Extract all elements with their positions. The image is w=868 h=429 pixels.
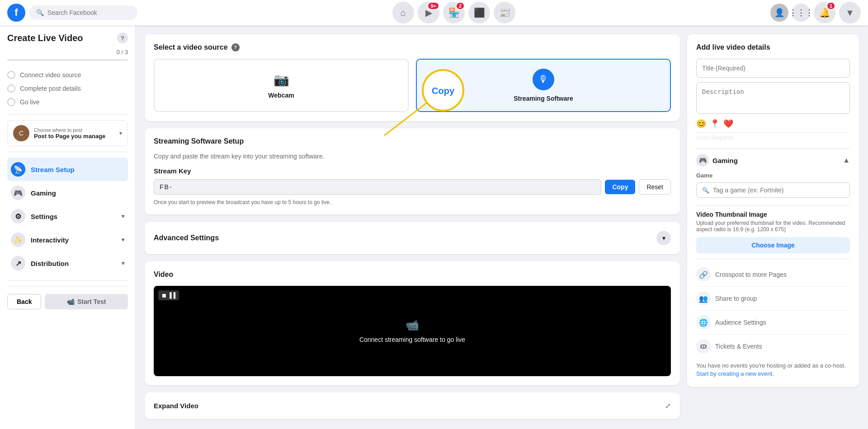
sidebar-item-interactivity[interactable]: ✨ Interactivity ▾ xyxy=(7,228,128,252)
settings-chevron-icon: ▾ xyxy=(122,213,124,219)
divider-1 xyxy=(7,114,128,115)
progress-label: 0 / 3 xyxy=(7,49,128,56)
game-search[interactable]: 🔍 xyxy=(696,182,850,198)
nav-home-icon[interactable]: ⌂ xyxy=(392,2,414,23)
streaming-software-icon: 🎙 xyxy=(533,69,554,90)
nav-monitor-icon[interactable]: ⬛ xyxy=(468,2,490,23)
store-badge: 2 xyxy=(456,2,465,10)
page-name: Post to Page you manage xyxy=(34,133,115,140)
events-link[interactable]: Start by creating a new event. xyxy=(696,370,774,377)
webcam-icon: 📷 xyxy=(274,72,289,87)
advanced-settings-row: Advanced Settings ▾ xyxy=(154,231,671,245)
expand-video-icon[interactable]: ⤢ xyxy=(665,401,671,410)
sidebar: Create Live Video ? 0 / 3 Connect video … xyxy=(0,25,136,429)
interactivity-chevron-icon: ▾ xyxy=(122,237,124,243)
sidebar-item-distribution[interactable]: ↗ Distribution ▾ xyxy=(7,252,128,275)
help-button[interactable]: ? xyxy=(117,33,128,43)
advanced-settings-label: Advanced Settings xyxy=(154,234,219,242)
events-note: You have no events you're hosting or add… xyxy=(696,362,850,378)
game-label: Game xyxy=(696,172,850,179)
stream-key-note: Once you start to preview the broadcast … xyxy=(154,199,671,205)
nav-store-icon[interactable]: 🏪 2 xyxy=(443,2,465,23)
notification-bell-icon[interactable]: 🔔 1 xyxy=(814,2,835,23)
center-panel: Select a video source ? 📷 Webcam 🎙 Strea… xyxy=(145,34,680,420)
sidebar-title-row: Create Live Video ? xyxy=(7,33,128,43)
streaming-setup-description: Copy and paste the stream key into your … xyxy=(154,153,671,160)
account-dropdown-icon[interactable]: ▼ xyxy=(839,2,861,23)
back-button[interactable]: Back xyxy=(7,294,41,309)
emoji-smile-icon[interactable]: 😊 xyxy=(696,119,706,129)
tickets-events-icon: 🎟 xyxy=(696,339,711,354)
nav-news-icon[interactable]: 📰 xyxy=(494,2,515,23)
search-input[interactable] xyxy=(47,9,130,16)
crosspost-action[interactable]: 🔗 Crosspost to more Pages xyxy=(696,263,850,287)
video-camera-icon: 📹 xyxy=(406,319,419,331)
step-circle-2 xyxy=(7,84,15,93)
video-badge: 9+ xyxy=(427,2,439,10)
share-group-action[interactable]: 👥 Share to group xyxy=(696,287,850,311)
gaming-title: 🎮 Gaming xyxy=(696,154,738,167)
stream-key-label: Stream Key xyxy=(154,167,671,175)
crosspost-icon: 🔗 xyxy=(696,267,711,282)
streaming-setup-title: Streaming Software Setup xyxy=(154,137,671,145)
sidebar-item-settings[interactable]: ⚙ Settings ▾ xyxy=(7,205,128,228)
emoji-heart-icon[interactable]: ❤️ xyxy=(723,119,733,129)
step-circle-3 xyxy=(7,98,15,106)
tickets-events-label: Tickets & Events xyxy=(715,343,762,350)
video-card: Video ◼ ▐▐ 📹 Connect streaming software … xyxy=(145,261,680,385)
step-go-live: Go live xyxy=(7,95,128,109)
page-selector[interactable]: C Choose where to post Post to Page you … xyxy=(7,120,128,146)
audience-settings-action[interactable]: 🌐 Audience Settings xyxy=(696,311,850,335)
webcam-option[interactable]: 📷 Webcam xyxy=(154,59,409,112)
search-bar[interactable]: 🔍 xyxy=(29,5,137,20)
divider-3 xyxy=(7,280,128,281)
distribution-icon: ↗ xyxy=(11,256,25,270)
start-test-button[interactable]: 📹 Start Test xyxy=(45,294,128,309)
sidebar-title: Create Live Video xyxy=(7,33,83,43)
page-choose-label: Choose where to post xyxy=(34,127,115,133)
description-textarea[interactable] xyxy=(696,82,850,114)
step-connect-source: Connect video source xyxy=(7,68,128,82)
stream-setup-icon: 📡 xyxy=(11,162,25,177)
video-source-help-icon[interactable]: ? xyxy=(231,43,240,51)
gaming-collapse-icon[interactable]: ▲ xyxy=(843,156,850,164)
advanced-settings-card: Advanced Settings ▾ xyxy=(145,222,680,254)
reset-button[interactable]: Reset xyxy=(639,179,671,195)
share-group-icon: 👥 xyxy=(696,291,711,306)
video-source-title: Select a video source ? xyxy=(154,43,671,51)
expand-video-row: Expand Video ⤢ xyxy=(154,401,671,410)
audience-settings-icon: 🌐 xyxy=(696,315,711,330)
video-source-card: Select a video source ? 📷 Webcam 🎙 Strea… xyxy=(145,34,680,121)
video-controls: ◼ ▐▐ xyxy=(158,290,179,300)
emoji-location-icon[interactable]: 📍 xyxy=(710,119,720,129)
gaming-header: 🎮 Gaming ▲ xyxy=(696,154,850,167)
grid-menu-button[interactable]: ⋮⋮⋮ xyxy=(792,4,810,22)
title-input[interactable] xyxy=(696,59,850,78)
right-panel: Add live video details 😊 📍 ❤️ hours Requ… xyxy=(687,34,859,420)
live-video-details-card: Add live video details 😊 📍 ❤️ hours Requ… xyxy=(687,34,859,387)
avatar[interactable]: 👤 xyxy=(770,4,788,22)
divider-2 xyxy=(7,152,128,152)
video-title: Video xyxy=(154,270,671,279)
progress-bar xyxy=(7,59,128,61)
main-content: Select a video source ? 📷 Webcam 🎙 Strea… xyxy=(136,25,868,429)
sidebar-item-gaming[interactable]: 🎮 Gaming xyxy=(7,181,128,205)
streaming-software-label: Streaming Software xyxy=(514,95,573,102)
stream-key-input[interactable] xyxy=(154,179,601,195)
nav-right-section: 👤 ⋮⋮⋮ 🔔 1 ▼ xyxy=(770,2,861,23)
sidebar-bottom: Back 📹 Start Test xyxy=(7,286,128,309)
gaming-section-icon: 🎮 xyxy=(696,154,709,167)
settings-icon: ⚙ xyxy=(11,209,25,224)
sidebar-item-stream-setup[interactable]: 📡 Stream Setup xyxy=(7,158,128,181)
game-search-input[interactable] xyxy=(713,187,844,194)
distribution-chevron-icon: ▾ xyxy=(122,260,124,266)
advanced-settings-chevron-button[interactable]: ▾ xyxy=(656,231,671,245)
source-options: 📷 Webcam 🎙 Streaming Software xyxy=(154,59,671,112)
tickets-events-action[interactable]: 🎟 Tickets & Events xyxy=(696,335,850,358)
nav-video-icon[interactable]: ▶ 9+ xyxy=(418,2,439,23)
choose-image-button[interactable]: Choose Image xyxy=(696,237,850,253)
facebook-logo[interactable]: f xyxy=(7,4,25,22)
copy-button[interactable]: Copy xyxy=(605,180,635,194)
streaming-software-option[interactable]: 🎙 Streaming Software xyxy=(416,59,671,112)
thumbnail-description: Upload your preferred thumbnail for the … xyxy=(696,220,850,233)
